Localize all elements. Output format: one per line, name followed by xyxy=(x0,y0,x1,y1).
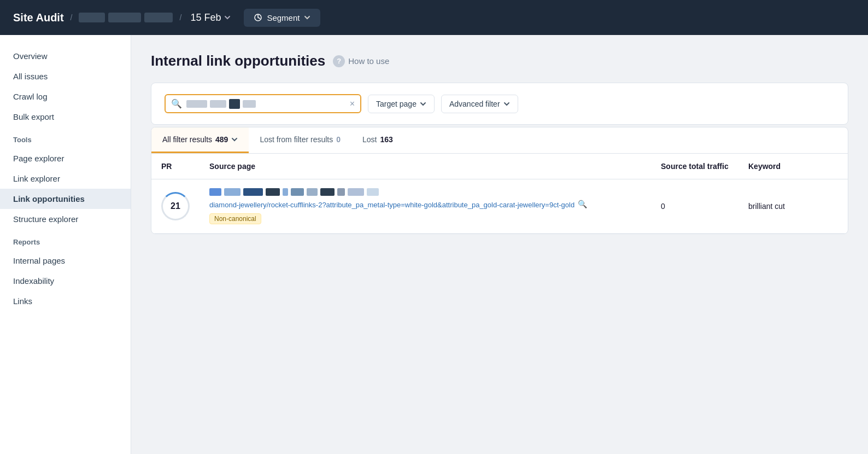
pr-cell: 21 xyxy=(151,179,200,234)
help-icon: ? xyxy=(333,55,345,67)
col-source-traffic: Source total traffic xyxy=(651,154,738,179)
breadcrumb-blocks xyxy=(79,13,173,22)
tab-lost-label: Lost xyxy=(362,135,377,144)
advanced-filter-chevron-icon xyxy=(503,101,510,107)
search-block-1 xyxy=(186,100,207,108)
search-input-area xyxy=(186,99,345,109)
tab-lost-count: 163 xyxy=(380,135,392,144)
source-page-blocks xyxy=(209,188,641,196)
sidebar-item-link-explorer[interactable]: Link explorer xyxy=(0,168,131,189)
col-pr: PR xyxy=(151,154,200,179)
breadcrumb-sep-2: / xyxy=(179,13,181,22)
sidebar-item-all-issues[interactable]: All issues xyxy=(0,66,131,86)
main-content: Internal link opportunities ? How to use… xyxy=(131,35,868,454)
sidebar-item-crawl-log[interactable]: Crawl log xyxy=(0,86,131,107)
search-block-dark xyxy=(229,99,240,109)
tab-all-filter-results[interactable]: All filter results 489 xyxy=(151,127,249,153)
how-to-use-link[interactable]: ? How to use xyxy=(333,55,389,67)
app-title: Site Audit xyxy=(13,11,64,24)
segment-chevron-icon xyxy=(304,14,310,21)
segment-icon xyxy=(254,13,262,22)
sidebar-item-indexability[interactable]: Indexability xyxy=(0,271,131,291)
source-page-cell: diamond-jewellery/rocket-cufflinks-2?att… xyxy=(200,179,651,234)
layout: Overview All issues Crawl log Bulk expor… xyxy=(0,35,868,454)
table-wrapper: PR Source page Source total traffic Keyw… xyxy=(151,154,848,234)
col-keyword: Keyword xyxy=(738,154,848,179)
page-title: Internal link opportunities xyxy=(151,53,325,69)
keyword-cell: brilliant cut xyxy=(738,179,848,234)
target-page-chevron-icon xyxy=(420,101,426,107)
source-page-search-icon: 🔍 xyxy=(578,199,587,210)
sidebar: Overview All issues Crawl log Bulk expor… xyxy=(0,35,131,454)
page-header: Internal link opportunities ? How to use xyxy=(151,53,848,69)
search-icon: 🔍 xyxy=(171,98,182,109)
sidebar-item-internal-pages[interactable]: Internal pages xyxy=(0,251,131,271)
sidebar-item-page-explorer[interactable]: Page explorer xyxy=(0,148,131,168)
search-block-4 xyxy=(243,100,256,108)
chevron-down-icon xyxy=(224,14,231,21)
source-page-link[interactable]: diamond-jewellery/rocket-cufflinks-2?att… xyxy=(209,199,641,210)
search-block-2 xyxy=(210,100,226,108)
filter-row: 🔍 × Target page Advanced filter xyxy=(165,94,835,113)
reports-section-title: Reports xyxy=(0,229,131,251)
sidebar-item-link-opportunities[interactable]: Link opportunities xyxy=(0,189,131,209)
table-row: 21 xyxy=(151,179,848,234)
results-table: PR Source page Source total traffic Keyw… xyxy=(151,154,848,234)
sidebar-item-overview[interactable]: Overview xyxy=(0,46,131,66)
results-tabs: All filter results 489 Lost from filter … xyxy=(151,127,848,154)
clear-search-button[interactable]: × xyxy=(350,99,355,109)
breadcrumb-block-3 xyxy=(144,13,173,22)
source-traffic-cell: 0 xyxy=(651,179,738,234)
tab-lost[interactable]: Lost 163 xyxy=(351,127,404,153)
topbar: Site Audit / / 15 Feb Segment xyxy=(0,0,868,35)
sidebar-item-structure-explorer[interactable]: Structure explorer xyxy=(0,209,131,229)
tab-all-count: 489 xyxy=(215,135,228,144)
pr-value: 21 xyxy=(161,192,190,220)
non-canonical-badge: Non-canonical xyxy=(209,213,261,224)
search-box[interactable]: 🔍 × xyxy=(165,94,361,113)
col-source-page: Source page xyxy=(200,154,651,179)
segment-button[interactable]: Segment xyxy=(244,9,320,27)
tab-all-chevron-icon xyxy=(231,136,238,143)
breadcrumb-block-2 xyxy=(108,13,141,22)
target-page-button[interactable]: Target page xyxy=(368,95,435,113)
target-page-label: Target page xyxy=(376,100,417,108)
tab-lost-from-filter[interactable]: Lost from filter results 0 xyxy=(249,127,351,153)
segment-label: Segment xyxy=(267,13,300,22)
date-label: 15 Feb xyxy=(190,12,221,24)
breadcrumb-sep-1: / xyxy=(71,13,73,22)
sidebar-item-links[interactable]: Links xyxy=(0,291,131,311)
filter-panel: 🔍 × Target page Advanced filter xyxy=(151,83,848,125)
sidebar-item-bulk-export[interactable]: Bulk export xyxy=(0,107,131,127)
advanced-filter-button[interactable]: Advanced filter xyxy=(441,95,518,113)
tools-section-title: Tools xyxy=(0,127,131,148)
tab-lost-from-count: 0 xyxy=(336,135,341,144)
results-panel: All filter results 489 Lost from filter … xyxy=(151,127,848,234)
date-selector[interactable]: 15 Feb xyxy=(190,12,231,24)
breadcrumb-block-1 xyxy=(79,13,105,22)
tab-all-label: All filter results xyxy=(162,135,212,144)
how-to-use-label: How to use xyxy=(348,56,389,66)
advanced-filter-label: Advanced filter xyxy=(449,100,500,108)
tab-lost-from-label: Lost from filter results xyxy=(260,135,333,144)
